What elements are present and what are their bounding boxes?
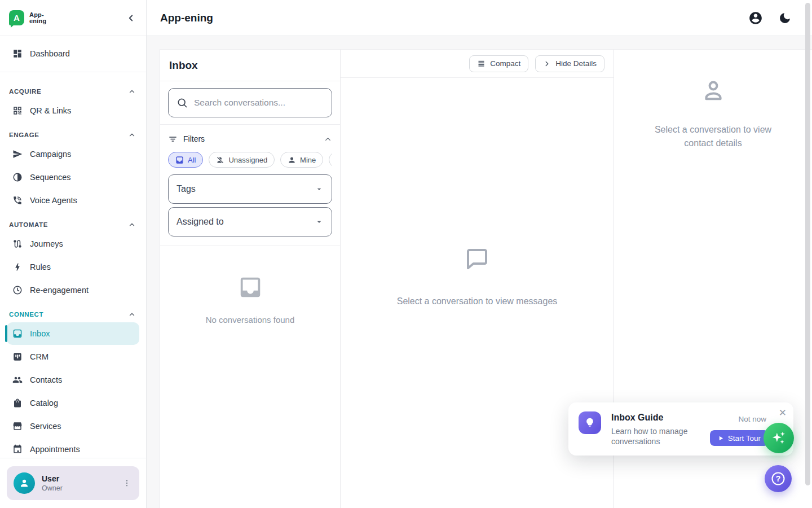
sidebar-item-label: Contacts — [30, 375, 62, 384]
hide-details-button[interactable]: Hide Details — [535, 55, 604, 72]
sidebar-item-label: Sequences — [30, 173, 71, 182]
divider — [0, 72, 146, 72]
topbar: App-ening — [147, 0, 812, 36]
panel-title: Inbox — [169, 59, 198, 72]
user-card[interactable]: User Owner — [7, 466, 139, 500]
section-header-connect[interactable]: CONNECT — [0, 302, 146, 322]
sidebar-item-rules[interactable]: Rules — [7, 256, 139, 278]
messages-toolbar: Compact Hide Details — [341, 50, 614, 78]
guide-actions: Not now Start Tour — [710, 411, 769, 446]
help-fab[interactable]: ? — [765, 465, 792, 492]
sidebar-item-label: Rules — [30, 262, 51, 271]
start-tour-button[interactable]: Start Tour — [710, 430, 769, 446]
sidebar-item-journeys[interactable]: Journeys — [7, 233, 139, 255]
sidebar-item-voice-agents[interactable]: Voice Agents — [7, 189, 139, 212]
filter-chip-all[interactable]: All — [168, 152, 203, 168]
svg-text:?: ? — [776, 474, 781, 483]
sidebar-item-label: Journeys — [30, 239, 63, 248]
account-button[interactable] — [748, 10, 764, 26]
sidebar-item-dashboard[interactable]: Dashboard — [7, 42, 139, 65]
help-icon: ? — [770, 471, 786, 487]
compact-button[interactable]: Compact — [469, 55, 528, 72]
filter-chip-unassigned[interactable]: Unassigned — [209, 152, 275, 168]
chip-label: All — [188, 156, 196, 164]
kanban-icon — [12, 352, 23, 362]
sidebar-item-label: Dashboard — [30, 49, 70, 58]
search-input[interactable] — [194, 98, 326, 108]
sidebar-item-appointments[interactable]: Appointments — [7, 438, 139, 458]
assigned-to-select[interactable]: Assigned to — [168, 207, 332, 237]
sidebar-collapse-button[interactable] — [126, 13, 136, 23]
avatar — [14, 472, 35, 494]
chip-label: Mine — [300, 156, 316, 164]
section-header-engage[interactable]: ENGAGE — [0, 122, 146, 143]
filters-section: Filters All — [160, 125, 340, 246]
empty-list-text: No conversations found — [206, 315, 295, 325]
button-label: Compact — [490, 59, 520, 68]
dashboard-icon — [12, 49, 23, 59]
sidebar-item-campaigns[interactable]: Campaigns — [7, 143, 139, 165]
chevron-up-icon[interactable] — [324, 135, 332, 143]
sidebar-item-label: Catalog — [30, 398, 58, 408]
sidebar-item-sequences[interactable]: Sequences — [7, 166, 139, 189]
chevron-up-icon — [128, 131, 136, 139]
filters-header[interactable]: Filters — [168, 130, 332, 147]
sidebar-item-label: Voice Agents — [30, 196, 77, 205]
sidebar-item-services[interactable]: Services — [7, 415, 139, 437]
empty-details-text: Select a conversation to view contact de… — [646, 123, 781, 150]
select-label: Assigned to — [176, 217, 224, 227]
section-header-acquire[interactable]: ACQUIRE — [0, 79, 146, 99]
sidebar-item-crm[interactable]: CRM — [7, 345, 139, 368]
bolt-icon — [12, 262, 23, 272]
clock-icon — [12, 285, 23, 295]
calendar-icon — [12, 444, 23, 454]
user-meta: User Owner — [42, 474, 120, 492]
sidebar-item-label: Services — [30, 422, 61, 431]
chevron-left-icon — [126, 13, 136, 23]
sidebar-item-qr-links[interactable]: QR & Links — [7, 99, 139, 122]
filter-chip-mine[interactable]: Mine — [280, 152, 323, 168]
app-logo-text: App- ening — [29, 12, 46, 24]
app-logo[interactable]: A App- ening — [9, 10, 46, 25]
conversation-list-empty-state: No conversations found — [160, 246, 340, 508]
sidebar-item-label: Campaigns — [30, 150, 71, 159]
conversation-list-panel: Inbox — [160, 50, 341, 508]
route-icon — [12, 239, 23, 249]
guide-title: Inbox Guide — [611, 413, 710, 423]
not-now-button[interactable]: Not now — [736, 411, 769, 427]
filter-chips: All Unassigned — [168, 152, 332, 168]
sidebar-item-contacts[interactable]: Contacts — [7, 369, 139, 391]
vertical-scrollbar[interactable] — [805, 3, 810, 485]
tags-select[interactable]: Tags — [168, 174, 332, 204]
close-icon[interactable]: ✕ — [779, 408, 787, 418]
select-label: Tags — [176, 184, 196, 194]
sidebar-item-catalog[interactable]: Catalog — [7, 392, 139, 414]
section-header-automate[interactable]: AUTOMATE — [0, 212, 146, 233]
sidebar-item-inbox[interactable]: Inbox — [7, 322, 139, 345]
person-icon — [288, 156, 296, 164]
ai-assistant-fab[interactable] — [764, 423, 794, 453]
sidebar-item-re-engagement[interactable]: Re-engagement — [7, 279, 139, 301]
chevron-up-icon — [128, 310, 136, 318]
chevron-up-icon — [128, 87, 136, 95]
button-label: Start Tour — [728, 434, 761, 443]
chevron-down-icon — [315, 185, 324, 194]
guide-subtitle: Learn how to manage conversations — [611, 426, 710, 446]
chip-label: Unassigned — [228, 156, 267, 164]
lightbulb-icon — [579, 411, 601, 434]
user-menu-button[interactable] — [120, 476, 134, 490]
search-field[interactable] — [168, 88, 332, 117]
sparkles-icon — [770, 430, 787, 446]
search-icon — [176, 97, 188, 108]
chat-bubble-icon — [464, 246, 491, 273]
section-title: CONNECT — [9, 311, 43, 318]
list-header: Inbox — [160, 50, 340, 81]
people-icon — [12, 375, 23, 385]
filter-chip-unread[interactable]: Unread — [329, 152, 332, 168]
chevron-up-icon — [128, 221, 136, 229]
page-title: App-ening — [160, 12, 213, 24]
inbox-guide-popup: Inbox Guide Learn how to manage conversa… — [568, 402, 793, 456]
section-title: ACQUIRE — [9, 88, 41, 95]
dark-mode-button[interactable] — [777, 10, 793, 26]
play-icon — [718, 435, 724, 441]
